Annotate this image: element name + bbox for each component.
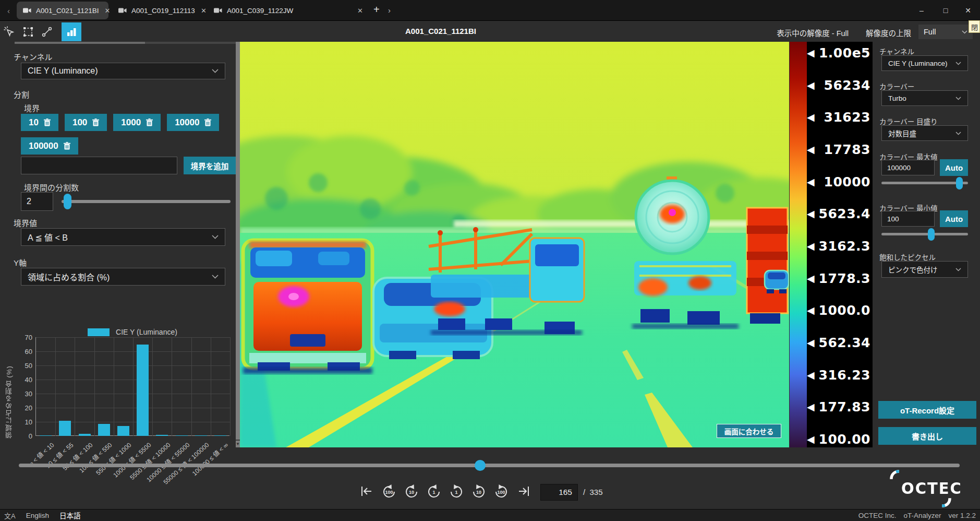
- chart-ytick-label: 10: [15, 418, 32, 426]
- boundary-chip-100000[interactable]: 100000: [21, 137, 78, 155]
- colorbar-max-slider-thumb[interactable]: [956, 177, 963, 190]
- divisions-slider-thumb[interactable]: [64, 194, 71, 209]
- vehicle-red-trailer: [747, 208, 788, 324]
- colorbar-tick: ◀10000: [807, 174, 870, 189]
- new-boundary-input[interactable]: [21, 157, 177, 174]
- histogram-settings-panel: チャンネル CIE Y (Luminance) 分割 境界 1010010001…: [0, 42, 236, 447]
- back-100-button[interactable]: 100: [381, 483, 397, 499]
- tab-close-icon[interactable]: ✕: [104, 7, 112, 15]
- fit-to-screen-button[interactable]: 画面に合わせる: [717, 424, 781, 438]
- chart-ytick-label: 70: [15, 334, 32, 341]
- close-button[interactable]: ✕: [956, 0, 980, 21]
- ot-record-settings-button[interactable]: oT-Record設定: [878, 401, 976, 419]
- colormap-value: Turbo: [888, 94, 906, 102]
- colorbar-max-auto-button[interactable]: Auto: [940, 159, 968, 176]
- chart-legend: CIE Y (Luminance): [35, 328, 229, 336]
- colormap-select[interactable]: Turbo: [881, 90, 968, 106]
- tab-close-icon[interactable]: ✕: [200, 7, 208, 15]
- histogram-tool-button[interactable]: [62, 22, 81, 41]
- timeline-slider[interactable]: [19, 464, 960, 467]
- trash-icon[interactable]: [92, 119, 99, 126]
- trash-icon[interactable]: [204, 119, 211, 126]
- toolbar: A001_C021_1121BI 表示中の解像度 - Full 解像度の上限 F…: [0, 21, 980, 42]
- tab-scroll-right-icon[interactable]: ›: [388, 6, 391, 15]
- scrollbar-down-arrow-icon[interactable]: ▼: [236, 441, 240, 447]
- back-10-button[interactable]: 10: [404, 483, 419, 499]
- tick-arrow-icon: ◀: [807, 305, 815, 315]
- svg-text:10: 10: [409, 490, 414, 495]
- chevron-down-icon: [212, 235, 219, 239]
- colorbar-min-slider[interactable]: [881, 233, 968, 235]
- line-measure-tool-button[interactable]: [39, 23, 55, 40]
- tick-arrow-icon: ◀: [807, 144, 815, 154]
- language-japanese-button[interactable]: 日本語: [59, 510, 81, 520]
- timeline-slider-thumb[interactable]: [475, 460, 486, 471]
- divisions-slider[interactable]: [62, 200, 231, 203]
- skip-end-button[interactable]: [516, 483, 531, 499]
- tab-close-icon[interactable]: ✕: [356, 7, 364, 15]
- tick-arrow-icon: ◀: [807, 370, 815, 380]
- product-name: oT-Analyzer: [903, 512, 941, 519]
- export-button[interactable]: 書き出し: [878, 427, 976, 445]
- frame-number-input[interactable]: 165: [540, 484, 578, 501]
- language-english-button[interactable]: English: [26, 512, 49, 519]
- tick-arrow-icon: ◀: [807, 209, 815, 219]
- boundary-chip-1000[interactable]: 1000: [113, 114, 161, 131]
- legend-swatch: [88, 328, 110, 336]
- colorbar-min-input[interactable]: 100: [881, 211, 935, 227]
- colorbar-min-auto-button[interactable]: Auto: [940, 210, 968, 227]
- image-viewport[interactable]: [240, 42, 789, 447]
- colormap-label: カラーバー: [879, 81, 914, 91]
- saturated-value: ピンクで色付け: [888, 264, 938, 275]
- boundary-chip-100[interactable]: 100: [65, 114, 107, 131]
- tab-scroll-left-icon[interactable]: ‹: [7, 6, 10, 15]
- panel-horizontal-scrollbar[interactable]: [15, 42, 236, 44]
- tab-a001-c019[interactable]: A001_C019_112113 ✕: [112, 2, 204, 19]
- boundary-mode-select[interactable]: A ≦ 値 < B: [21, 228, 225, 246]
- tab-label: A001_C039_1122JW: [227, 7, 293, 15]
- divisions-input[interactable]: 2: [21, 192, 53, 211]
- back-1-button[interactable]: 1: [426, 483, 442, 499]
- boundary-chip-10[interactable]: 10: [21, 114, 58, 131]
- colorbar-max-input[interactable]: 100000: [881, 160, 935, 175]
- forward-10-button[interactable]: 10: [471, 483, 487, 499]
- chart-bar: [156, 435, 168, 436]
- video-camera-icon: [118, 7, 127, 14]
- boundary-list: 10100100010000100000: [21, 114, 237, 155]
- trash-icon[interactable]: [146, 119, 153, 126]
- forward-1-button[interactable]: 1: [449, 483, 464, 499]
- new-tab-button[interactable]: +: [373, 4, 380, 16]
- minimize-button[interactable]: –: [910, 0, 934, 21]
- add-boundary-button[interactable]: 境界を追加: [184, 157, 236, 174]
- yaxis-select[interactable]: 領域に占める割合 (%): [21, 268, 225, 286]
- channel-select[interactable]: CIE Y (Luminance): [21, 63, 225, 79]
- chevron-down-icon: [955, 268, 961, 271]
- colorbar-tick-labels: ◀1.00e5◀56234◀31623◀17783◀10000◀5623.4◀3…: [807, 42, 873, 447]
- logo-text: OCTEC: [901, 479, 962, 498]
- trash-icon[interactable]: [44, 119, 51, 126]
- boundary-chip-10000[interactable]: 10000: [167, 114, 219, 131]
- smart-select-tool-button[interactable]: [1, 23, 18, 40]
- chevron-down-icon: [212, 69, 219, 73]
- division-section-label: 分割: [14, 89, 29, 100]
- panel-vertical-scrollbar[interactable]: ▼: [236, 42, 240, 447]
- svg-text:10: 10: [476, 490, 481, 495]
- tab-label: A001_C021_1121BI: [36, 7, 99, 15]
- boundary-mode-value: A ≦ 値 < B: [28, 231, 68, 243]
- tab-a001-c039[interactable]: A001_C039_1122JW ✕: [208, 2, 370, 19]
- pointer-sparkle-icon: [3, 26, 16, 38]
- resolution-cap-select[interactable]: Full: [918, 25, 973, 39]
- skip-start-button[interactable]: [359, 483, 374, 499]
- tab-a001-c021[interactable]: A001_C021_1121BI ✕: [17, 2, 108, 19]
- trash-icon[interactable]: [64, 142, 70, 150]
- saturated-select[interactable]: ピンクで色付け: [881, 261, 968, 278]
- maximize-button[interactable]: □: [934, 0, 958, 21]
- colorbar-max-slider[interactable]: [881, 182, 968, 184]
- rect-select-tool-button[interactable]: [20, 23, 37, 40]
- rp-channel-select[interactable]: CIE Y (Luminance): [881, 55, 968, 71]
- boundary-value: 10000: [175, 117, 199, 128]
- chevron-down-icon: [955, 97, 961, 100]
- scale-select[interactable]: 対数目盛: [881, 125, 968, 141]
- forward-100-button[interactable]: 100: [493, 483, 509, 499]
- colorbar-min-slider-thumb[interactable]: [928, 228, 935, 241]
